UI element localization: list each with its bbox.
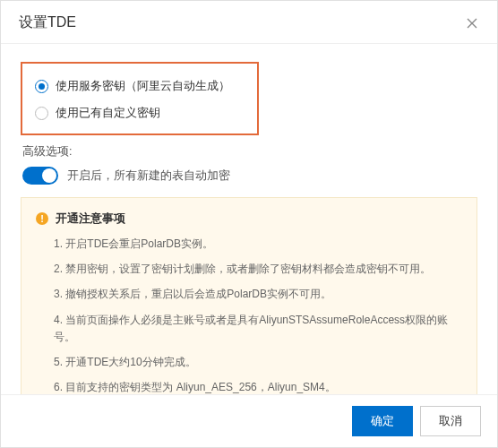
notice-item: 4. 当前页面操作人必须是主账号或者是具有AliyunSTSAssumeRole… bbox=[54, 312, 462, 346]
radio-icon bbox=[35, 107, 48, 120]
tde-dialog: 设置TDE 使用服务密钥（阿里云自动生成） 使用已有自定义密钥 高级选项: 开启… bbox=[0, 0, 498, 448]
notice-item: 2. 禁用密钥，设置了密钥计划删除，或者删除了密钥材料都会造成密钥不可用。 bbox=[54, 261, 462, 278]
dialog-title: 设置TDE bbox=[19, 13, 76, 32]
dialog-body: 使用服务密钥（阿里云自动生成） 使用已有自定义密钥 高级选项: 开启后，所有新建… bbox=[1, 44, 497, 394]
notice-item: 1. 开启TDE会重启PolarDB实例。 bbox=[54, 236, 462, 253]
advanced-label: 高级选项: bbox=[22, 144, 477, 159]
auto-encrypt-toggle[interactable] bbox=[22, 167, 58, 185]
notice-item: 3. 撤销授权关系后，重启以后会造成PolarDB实例不可用。 bbox=[54, 286, 462, 303]
notice-title: 开通注意事项 bbox=[56, 211, 125, 227]
close-icon[interactable] bbox=[465, 16, 479, 30]
notice-header: ! 开通注意事项 bbox=[36, 211, 462, 227]
key-type-radio-group: 使用服务密钥（阿里云自动生成） 使用已有自定义密钥 bbox=[21, 62, 259, 135]
dialog-header: 设置TDE bbox=[1, 1, 497, 44]
radio-service-key[interactable]: 使用服务密钥（阿里云自动生成） bbox=[35, 73, 245, 99]
advanced-row: 开启后，所有新建的表自动加密 bbox=[22, 167, 477, 185]
notice-list: 1. 开启TDE会重启PolarDB实例。 2. 禁用密钥，设置了密钥计划删除，… bbox=[36, 236, 462, 394]
confirm-button[interactable]: 确定 bbox=[352, 406, 413, 436]
notice-box: ! 开通注意事项 1. 开启TDE会重启PolarDB实例。 2. 禁用密钥，设… bbox=[21, 197, 477, 394]
notice-item: 5. 开通TDE大约10分钟完成。 bbox=[54, 354, 462, 371]
cancel-button[interactable]: 取消 bbox=[420, 406, 481, 436]
warning-icon: ! bbox=[36, 212, 48, 225]
notice-item: 6. 目前支持的密钥类型为 Aliyun_AES_256，Aliyun_SM4。 bbox=[54, 379, 462, 394]
radio-icon bbox=[35, 80, 48, 93]
radio-custom-key[interactable]: 使用已有自定义密钥 bbox=[35, 99, 245, 126]
toggle-description: 开启后，所有新建的表自动加密 bbox=[67, 168, 230, 184]
radio-label: 使用服务密钥（阿里云自动生成） bbox=[56, 78, 230, 94]
dialog-footer: 确定 取消 bbox=[1, 394, 497, 447]
radio-label: 使用已有自定义密钥 bbox=[56, 105, 160, 121]
